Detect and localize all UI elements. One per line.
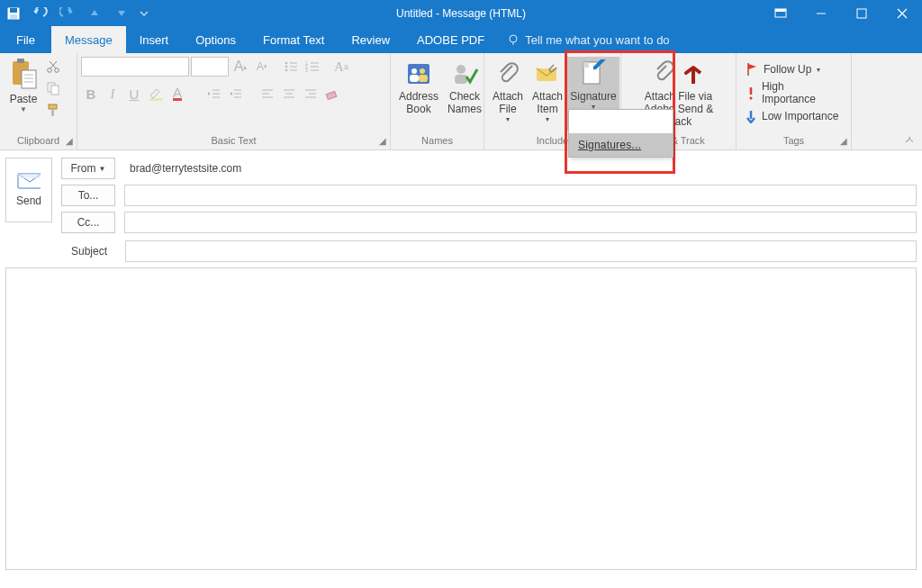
svg-rect-68 [18,174,41,178]
ribbon-display-button[interactable] [760,0,800,26]
align-center-button[interactable] [279,84,299,104]
svg-rect-23 [51,86,59,95]
undo-button[interactable] [27,0,54,26]
bold-button[interactable]: B [81,84,101,104]
chevron-down-icon: ▼ [20,105,27,113]
to-field[interactable] [124,185,917,206]
from-button[interactable]: From ▼ [61,158,115,179]
paste-button[interactable]: Paste ▼ [5,57,41,113]
send-label: Send [16,194,41,207]
signature-dropdown-blank[interactable] [569,110,673,133]
redo-button[interactable] [54,0,81,26]
svg-point-10 [510,35,517,42]
bullets-button[interactable] [281,57,301,77]
redo-icon [59,7,76,20]
send-button[interactable]: Send [5,158,52,222]
minimize-button[interactable] [800,0,841,26]
follow-up-button[interactable]: Follow Up ▾ [746,60,840,78]
exclamation-icon [746,86,756,100]
grow-font-button[interactable]: A▴ [230,57,250,77]
tab-message[interactable]: Message [51,26,126,53]
indent-icon [228,87,242,100]
svg-rect-58 [410,75,419,82]
svg-rect-25 [51,109,54,116]
address-book-icon [403,59,434,89]
dialog-launcher-icon[interactable]: ◢ [840,134,847,149]
outdent-icon [206,87,221,100]
svg-point-19 [55,68,59,73]
group-tags: Follow Up ▾ High Importance Low Importan… [737,53,852,149]
font-color-button[interactable]: A [167,84,187,104]
maximize-button[interactable] [841,0,881,26]
qat-prev-button[interactable] [81,0,108,26]
styles-button[interactable]: Aa [331,57,351,77]
font-name-combo[interactable] [81,57,189,77]
collapse-ribbon-button[interactable]: ㅅ [904,132,915,148]
qat-customize-button[interactable] [135,0,153,26]
clear-formatting-button[interactable] [322,84,342,104]
cut-button[interactable] [45,59,61,75]
font-size-combo[interactable] [191,57,229,77]
signatures-menu-label: Signatures... [578,139,641,151]
tab-file[interactable]: File [0,26,51,53]
svg-point-57 [420,68,425,74]
dialog-launcher-icon[interactable]: ◢ [66,134,73,149]
high-importance-button[interactable]: High Importance [746,84,840,102]
svg-point-30 [285,69,288,72]
text-highlight-button[interactable] [146,84,166,104]
qat-next-button[interactable] [108,0,135,26]
group-basic-text: A▴ A▾ 123 Aa B I U A [77,53,391,149]
svg-point-65 [750,97,753,100]
attach-item-button[interactable]: Attach Item ▾ [528,57,567,131]
align-right-button[interactable] [301,84,321,104]
cc-button[interactable]: Cc... [61,212,115,233]
ribbon-tabs: File Message Insert Options Format Text … [0,26,922,53]
copy-button[interactable] [45,80,61,96]
format-painter-button[interactable] [45,102,61,118]
save-icon [6,6,21,21]
svg-rect-5 [775,9,786,12]
underline-button[interactable]: U [124,84,144,104]
attach-file-button[interactable]: Attach File ▾ [488,57,528,131]
svg-line-21 [50,61,56,68]
svg-rect-24 [49,104,57,109]
shrink-font-button[interactable]: A▾ [252,57,272,77]
save-button[interactable] [0,0,27,26]
check-names-label: Check Names [447,90,482,115]
numbering-button[interactable]: 123 [303,57,322,77]
compose-area: Send From ▼ brad@terrytestsite.com To...… [0,150,922,262]
tab-insert[interactable]: Insert [126,26,183,53]
increase-indent-button[interactable] [225,84,245,104]
paste-label: Paste [10,93,38,105]
tab-options[interactable]: Options [182,26,249,53]
copy-icon [46,81,60,95]
chevron-down-icon: ▼ [99,165,106,173]
to-button[interactable]: To... [61,185,115,206]
subject-field[interactable] [125,240,917,262]
close-icon [897,8,908,19]
svg-rect-54 [326,91,336,99]
tab-format-text[interactable]: Format Text [249,26,338,53]
tell-me-search[interactable]: Tell me what you want to do [498,26,678,53]
signatures-menu-item[interactable]: Signatures... [569,133,673,157]
group-label-clipboard: Clipboard ◢ [0,133,77,149]
check-names-button[interactable]: Check Names [443,57,486,131]
tab-adobe-pdf[interactable]: ADOBE PDF [403,26,498,53]
svg-rect-61 [455,75,467,84]
highlight-icon [148,86,164,101]
down-arrow-icon [746,109,756,123]
svg-point-28 [285,66,288,68]
tab-review[interactable]: Review [338,26,403,53]
italic-button[interactable]: I [103,84,122,104]
low-importance-button[interactable]: Low Importance [746,107,840,125]
chevron-down-icon: ▾ [506,115,510,123]
align-left-button[interactable] [258,84,277,104]
message-body[interactable] [5,267,917,570]
cc-field[interactable] [124,212,917,233]
svg-rect-14 [22,70,36,88]
decrease-indent-button[interactable] [203,84,223,104]
adobe-attach-icon [652,59,706,89]
close-button[interactable] [881,0,922,26]
address-book-button[interactable]: Address Book [394,57,443,131]
dialog-launcher-icon[interactable]: ◢ [379,134,386,149]
